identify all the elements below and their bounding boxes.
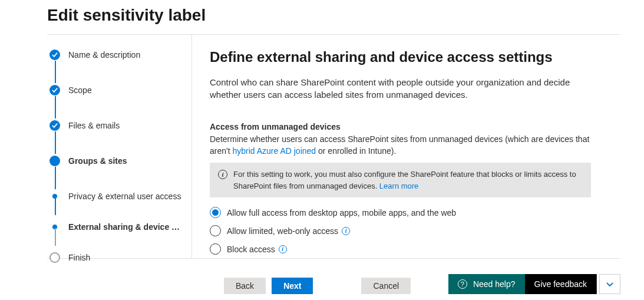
step-name-description[interactable]: Name & description bbox=[49, 48, 183, 62]
radio-label: Allow limited, web-only access bbox=[227, 226, 338, 236]
step-label: Scope bbox=[68, 85, 92, 95]
step-groups-sites[interactable]: Groups & sites bbox=[49, 154, 183, 168]
feedback-chevron-button[interactable] bbox=[599, 274, 620, 294]
info-icon: i bbox=[218, 170, 227, 179]
radio-button-icon bbox=[210, 243, 221, 255]
back-button[interactable]: Back bbox=[224, 278, 266, 294]
check-icon bbox=[49, 50, 60, 60]
info-icon[interactable]: i bbox=[342, 227, 350, 235]
section-title: Access from unmanaged devices bbox=[210, 122, 591, 131]
radio-button-icon bbox=[210, 225, 221, 236]
main-heading: Define external sharing and device acces… bbox=[210, 49, 591, 65]
question-icon: ? bbox=[458, 279, 467, 289]
step-label: Privacy & external user access bbox=[68, 192, 181, 201]
step-scope[interactable]: Scope bbox=[49, 83, 183, 97]
check-icon bbox=[49, 85, 60, 95]
step-label: Groups & sites bbox=[68, 156, 127, 166]
radio-label: Allow full access from desktop apps, mob… bbox=[227, 208, 456, 217]
hybrid-azure-ad-link[interactable]: hybrid Azure AD joined bbox=[232, 146, 316, 156]
chevron-down-icon bbox=[606, 280, 614, 288]
need-help-button[interactable]: ? Need help? bbox=[448, 274, 525, 294]
step-label: Files & emails bbox=[68, 121, 120, 130]
section-description: Determine whether users can access Share… bbox=[210, 134, 591, 157]
info-bar: i For this setting to work, you must als… bbox=[210, 163, 591, 197]
check-icon bbox=[49, 120, 60, 131]
step-label: Name & description bbox=[68, 50, 140, 60]
radio-label: Block access bbox=[227, 245, 275, 254]
radio-block[interactable]: Block access i bbox=[210, 243, 591, 255]
step-label: External sharing & device ac... bbox=[68, 222, 183, 232]
radio-button-icon bbox=[210, 207, 221, 218]
step-label: Finish bbox=[68, 253, 90, 262]
radio-allow-full[interactable]: Allow full access from desktop apps, mob… bbox=[210, 207, 591, 218]
cancel-button[interactable]: Cancel bbox=[361, 278, 411, 294]
give-feedback-button[interactable]: Give feedback bbox=[525, 274, 597, 294]
info-icon[interactable]: i bbox=[279, 245, 287, 253]
upcoming-step-icon bbox=[49, 252, 60, 263]
step-finish[interactable]: Finish bbox=[49, 250, 183, 265]
main-description: Control who can share SharePoint content… bbox=[210, 76, 591, 101]
wizard-sidebar: Name & description Scope Files & emails bbox=[47, 35, 192, 258]
substep-external-sharing[interactable]: External sharing & device ac... bbox=[49, 220, 183, 234]
page-title: Edit sensitivity label bbox=[0, 0, 644, 34]
next-button[interactable]: Next bbox=[272, 278, 313, 294]
step-files-emails[interactable]: Files & emails bbox=[49, 118, 183, 133]
learn-more-link[interactable]: Learn more bbox=[379, 182, 418, 190]
radio-allow-limited[interactable]: Allow limited, web-only access i bbox=[210, 225, 591, 236]
substep-privacy[interactable]: Privacy & external user access bbox=[49, 189, 183, 203]
current-step-icon bbox=[49, 156, 60, 166]
access-radio-group: Allow full access from desktop apps, mob… bbox=[210, 207, 591, 255]
main-panel: Define external sharing and device acces… bbox=[192, 35, 620, 258]
